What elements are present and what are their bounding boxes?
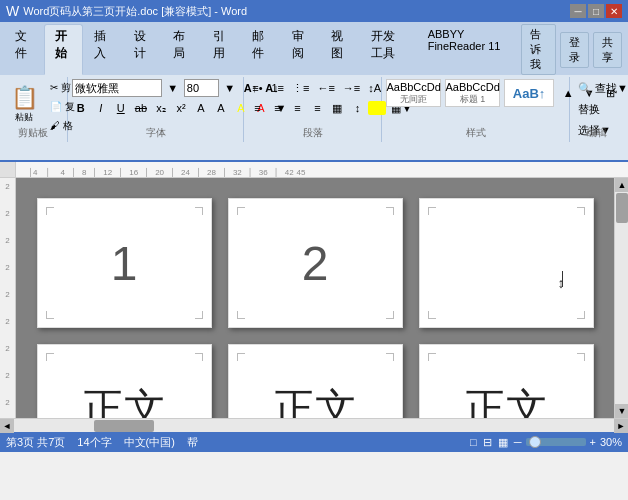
font-label: 字体 — [68, 126, 244, 140]
close-button[interactable]: ✕ — [606, 4, 622, 18]
login-button[interactable]: 登录 — [560, 32, 589, 68]
clear-format-button[interactable]: A — [192, 99, 210, 117]
tab-layout[interactable]: 布局 — [162, 24, 202, 75]
scroll-left-button[interactable]: ◄ — [0, 419, 14, 433]
tab-home[interactable]: 开始 — [44, 24, 84, 75]
page-number-2: 2 — [302, 236, 329, 291]
tab-abbyy[interactable]: ABBYY FineReader 11 — [417, 24, 521, 75]
tab-developer[interactable]: 开发工具 — [360, 24, 417, 75]
corner-bl — [428, 311, 436, 319]
multilevel-button[interactable]: ⋮≡ — [289, 79, 312, 97]
page-number-1: 1 — [111, 236, 138, 291]
styles-label: 样式 — [382, 126, 569, 140]
corner-tl — [428, 207, 436, 215]
page-1: 1 — [37, 198, 212, 328]
replace-button[interactable]: 替换 — [574, 100, 628, 119]
view-web[interactable]: ⊟ — [483, 436, 492, 449]
justify-button[interactable]: ≡ — [308, 99, 326, 117]
corner-tr — [195, 353, 203, 361]
bullets-button[interactable]: ≡• — [248, 79, 266, 97]
line-spacing-button[interactable]: ↕ — [348, 99, 366, 117]
scroll-up-button[interactable]: ▲ — [615, 178, 628, 192]
minimize-button[interactable]: ─ — [570, 4, 586, 18]
corner-tr — [577, 207, 585, 215]
columns-button[interactable]: ▦ — [328, 99, 346, 117]
align-center-button[interactable]: ≡ — [268, 99, 286, 117]
scroll-track[interactable] — [615, 192, 628, 404]
align-left-button[interactable]: ≡ — [248, 99, 266, 117]
tab-design[interactable]: 设计 — [123, 24, 163, 75]
view-normal[interactable]: □ — [470, 436, 477, 448]
title-text: Word页码从第三页开始.doc [兼容模式] - Word — [23, 4, 247, 19]
tab-file[interactable]: 文件 — [4, 24, 44, 75]
corner-tl — [428, 353, 436, 361]
corner-br — [195, 311, 203, 319]
font-name-dropdown[interactable]: ▼ — [164, 79, 182, 97]
page-text-6: 正文 — [464, 381, 548, 418]
font-size-dropdown[interactable]: ▼ — [221, 79, 239, 97]
style-normal[interactable]: AaBbCcDd 无间距 — [386, 79, 441, 107]
corner-br — [386, 311, 394, 319]
tab-review[interactable]: 审阅 — [281, 24, 321, 75]
font-size-input[interactable] — [184, 79, 219, 97]
status-left: 第3页 共7页 14个字 中文(中国) 帮 — [6, 435, 198, 450]
vertical-ruler: 2 2 2 2 2 2 2 2 2 — [0, 178, 16, 418]
zoom-out-button[interactable]: ─ — [514, 436, 522, 448]
numbering-button[interactable]: 1≡ — [268, 79, 287, 97]
page-6: 正文 — [419, 344, 594, 418]
tab-view[interactable]: 视图 — [320, 24, 360, 75]
corner-tl — [237, 353, 245, 361]
page-text-5: 正文 — [273, 381, 357, 418]
page-info: 第3页 共7页 — [6, 435, 65, 450]
zoom-in-button[interactable]: + — [590, 436, 596, 448]
vertical-scrollbar[interactable]: ▲ ▼ — [614, 178, 628, 418]
horizontal-scrollbar[interactable]: ◄ ► — [0, 418, 628, 432]
page-text-4: 正文 — [82, 381, 166, 418]
page-5: 正文 — [228, 344, 403, 418]
italic-button[interactable]: I — [92, 99, 110, 117]
corner-tl — [237, 207, 245, 215]
tell-me-button[interactable]: 告诉我 — [521, 24, 556, 75]
increase-indent-button[interactable]: →≡ — [340, 79, 363, 97]
scroll-down-button[interactable]: ▼ — [615, 404, 628, 418]
tab-insert[interactable]: 插入 — [83, 24, 123, 75]
scroll-right-button[interactable]: ► — [614, 419, 628, 433]
page-4: 正文 — [37, 344, 212, 418]
ribbon-right: 告诉我 登录 共享 — [521, 24, 628, 75]
clipboard-group: 📋 粘贴 ✂ 剪 📄 复 🖌 格 剪贴板 — [0, 77, 68, 142]
help-button[interactable]: 帮 — [187, 435, 198, 450]
font-group: ▼ ▼ A↑ A↓ B I U ab x₂ x² A A A A ▼ 字体 — [68, 77, 245, 142]
view-print[interactable]: ▦ — [498, 436, 508, 449]
h-scroll-thumb[interactable] — [94, 420, 154, 432]
clipboard-label: 剪贴板 — [0, 126, 67, 140]
superscript-button[interactable]: x² — [172, 99, 190, 117]
strikethrough-button[interactable]: ab — [132, 99, 150, 117]
style-heading2[interactable]: AaB↑ — [504, 79, 554, 107]
scroll-thumb[interactable] — [616, 193, 628, 223]
tab-references[interactable]: 引用 — [202, 24, 242, 75]
zoom-slider[interactable] — [526, 438, 586, 446]
page-3: ↕ — [419, 198, 594, 328]
style-heading1[interactable]: AaBbCcDd 标题 1 — [445, 79, 500, 107]
maximize-button[interactable]: □ — [588, 4, 604, 18]
window-controls: ─ □ ✕ — [570, 4, 622, 18]
paragraph-label: 段落 — [244, 126, 381, 140]
find-button[interactable]: 🔍 查找▼ — [574, 79, 628, 98]
ribbon: 文件 开始 插入 设计 布局 引用 邮件 审阅 视图 开发工具 ABBYY Fi… — [0, 22, 628, 162]
text-effects-button[interactable]: A — [212, 99, 230, 117]
underline-button[interactable]: U — [112, 99, 130, 117]
corner-tl — [46, 353, 54, 361]
share-button[interactable]: 共享 — [593, 32, 622, 68]
tab-mailings[interactable]: 邮件 — [241, 24, 281, 75]
font-name-input[interactable] — [72, 79, 162, 97]
subscript-button[interactable]: x₂ — [152, 99, 170, 117]
editing-group: 🔍 查找▼ 替换 选择▼ 编辑 — [570, 77, 624, 142]
page-2: 2 — [228, 198, 403, 328]
decrease-indent-button[interactable]: ←≡ — [314, 79, 337, 97]
bold-button[interactable]: B — [72, 99, 90, 117]
paste-button[interactable]: 📋 粘贴 — [4, 79, 44, 129]
paragraph-group: ≡• 1≡ ⋮≡ ←≡ →≡ ↕A ¶ ≡ ≡ ≡ ≡ ▦ ↕ ▦▼ 段落 — [244, 77, 382, 142]
h-scroll-track[interactable] — [14, 419, 614, 432]
horizontal-ruler: │4 │ 4 │ 8 │ 12 │ 16 │ 20 │ 24 │ 28 │ 32… — [0, 162, 628, 178]
align-right-button[interactable]: ≡ — [288, 99, 306, 117]
